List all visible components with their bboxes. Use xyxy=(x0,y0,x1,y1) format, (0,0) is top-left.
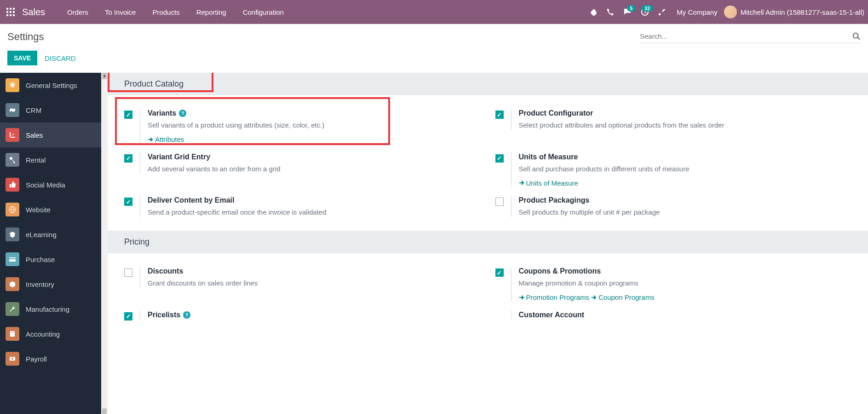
sidebar-item-label: Payroll xyxy=(26,355,47,363)
section-header-product-catalog: Product Catalog xyxy=(108,73,868,95)
checkbox-discounts[interactable] xyxy=(124,268,132,277)
sidebar-item-sales[interactable]: Sales xyxy=(0,122,101,147)
svg-rect-0 xyxy=(6,8,8,10)
link-units-of-measure[interactable]: Units of Measure xyxy=(519,179,578,187)
checkbox-pricelists[interactable] xyxy=(124,312,132,321)
setting-variant-grid-entry: Variant Grid Entry Add several variants … xyxy=(117,148,488,192)
company-selector[interactable]: My Company xyxy=(670,8,724,16)
setting-customer-account: Customer Account xyxy=(488,306,859,325)
sidebar-item-label: Inventory xyxy=(26,280,54,288)
checkbox-units-of-measure[interactable] xyxy=(495,154,504,163)
svg-rect-4 xyxy=(10,11,11,13)
globe-icon xyxy=(6,203,19,216)
menu-products[interactable]: Products xyxy=(144,8,188,16)
setting-title: Units of Measure xyxy=(519,153,578,161)
sidebar-item-manufacturing[interactable]: Manufacturing xyxy=(0,297,101,321)
box-icon xyxy=(6,277,19,291)
handshake-icon xyxy=(6,103,19,117)
sidebar-item-label: Sales xyxy=(26,131,43,139)
phone-icon[interactable] xyxy=(602,8,619,16)
sidebar-item-label: General Settings xyxy=(26,82,77,89)
page-title: Settings xyxy=(7,31,44,43)
link-promotion-programs[interactable]: Promotion Programs xyxy=(519,293,590,301)
settings-content: Product Catalog Variants? Sell variants … xyxy=(108,73,868,414)
svg-rect-17 xyxy=(11,332,14,332)
search-icon[interactable] xyxy=(852,32,861,41)
setting-title: Coupons & Promotions xyxy=(519,267,601,275)
svg-rect-2 xyxy=(13,8,15,10)
discard-button[interactable]: DISCARD xyxy=(45,54,76,62)
messages-icon[interactable]: 5 xyxy=(619,8,636,16)
wrench-icon xyxy=(6,302,19,316)
settings-sidebar: General Settings CRM Sales Rental Social… xyxy=(0,73,101,414)
setting-desc: Select product attributes and optional p… xyxy=(519,120,852,130)
setting-pricelists: Pricelists? xyxy=(117,306,488,325)
menu-reporting[interactable]: Reporting xyxy=(188,8,235,16)
section-header-pricing: Pricing xyxy=(108,231,868,253)
thumbs-up-icon xyxy=(6,178,19,192)
link-coupon-programs[interactable]: Coupon Programs xyxy=(591,293,655,301)
sidebar-item-general-settings[interactable]: General Settings xyxy=(0,73,101,98)
svg-rect-15 xyxy=(9,258,16,259)
help-icon[interactable]: ? xyxy=(183,311,190,319)
sidebar-item-label: eLearning xyxy=(26,231,57,239)
tools-icon[interactable] xyxy=(654,8,670,16)
sidebar-item-label: Rental xyxy=(26,156,46,164)
menu-to-invoice[interactable]: To Invoice xyxy=(97,8,144,16)
user-name: Mitchell Admin (15881277-saas-15-1-all) xyxy=(741,8,864,16)
sidebar-item-purchase[interactable]: Purchase xyxy=(0,247,101,272)
sidebar-item-label: Manufacturing xyxy=(26,305,69,313)
sidebar-item-label: Accounting xyxy=(26,330,60,338)
setting-title: Product Configurator xyxy=(519,109,593,117)
svg-rect-16 xyxy=(10,331,15,337)
sidebar-item-social-media[interactable]: Social Media xyxy=(0,172,101,197)
sidebar-item-rental[interactable]: Rental xyxy=(0,147,101,172)
sidebar-item-crm[interactable]: CRM xyxy=(0,98,101,122)
sidebar-item-label: Purchase xyxy=(26,256,55,263)
sidebar-item-website[interactable]: Website xyxy=(0,197,101,222)
book-icon xyxy=(6,327,19,341)
setting-product-packagings: Product Packagings Sell products by mult… xyxy=(488,192,859,222)
setting-title: Product Packagings xyxy=(519,196,590,204)
menu-configuration[interactable]: Configuration xyxy=(235,8,292,16)
save-button[interactable]: SAVE xyxy=(7,51,37,65)
sidebar-scrollbar[interactable]: ▲▼ xyxy=(101,73,108,414)
money-icon xyxy=(6,352,19,366)
bug-icon[interactable] xyxy=(586,8,602,16)
setting-units-of-measure: Units of Measure Sell and purchase produ… xyxy=(488,148,859,192)
svg-rect-1 xyxy=(10,8,11,10)
checkbox-product-configurator[interactable] xyxy=(495,111,504,119)
topbar: Sales Orders To Invoice Products Reporti… xyxy=(0,0,868,24)
sidebar-item-accounting[interactable]: Accounting xyxy=(0,321,101,346)
setting-title: Customer Account xyxy=(519,311,585,319)
activity-icon[interactable]: 32 xyxy=(636,8,654,16)
action-bar: SAVE DISCARD xyxy=(0,47,868,73)
user-menu[interactable]: Mitchell Admin (15881277-saas-15-1-all) xyxy=(724,6,864,18)
svg-rect-5 xyxy=(13,11,15,13)
svg-rect-6 xyxy=(6,14,8,16)
checkbox-variant-grid-entry[interactable] xyxy=(124,154,132,163)
setting-coupons-promotions: Coupons & Promotions Manage promotion & … xyxy=(488,262,859,306)
avatar xyxy=(724,6,737,18)
menu-orders[interactable]: Orders xyxy=(59,8,97,16)
search-input[interactable] xyxy=(640,30,852,42)
key-icon xyxy=(6,153,19,167)
setting-desc: Manage promotion & coupon programs xyxy=(519,278,852,288)
apps-icon[interactable] xyxy=(4,5,17,19)
activity-badge: 32 xyxy=(642,5,653,12)
gear-icon xyxy=(6,78,19,92)
checkbox-deliver-content-email[interactable] xyxy=(124,198,132,206)
subheader: Settings xyxy=(0,24,868,47)
highlight-box-header xyxy=(108,73,213,92)
brand-title[interactable]: Sales xyxy=(22,7,45,17)
sidebar-item-payroll[interactable]: Payroll xyxy=(0,346,101,371)
sidebar-item-elearning[interactable]: eLearning xyxy=(0,222,101,247)
checkbox-product-packagings[interactable] xyxy=(495,198,504,206)
sidebar-item-label: Social Media xyxy=(26,181,65,189)
svg-point-10 xyxy=(853,33,858,38)
setting-discounts: Discounts Grant discounts on sales order… xyxy=(117,262,488,306)
checkbox-coupons-promotions[interactable] xyxy=(495,268,504,277)
sidebar-item-inventory[interactable]: Inventory xyxy=(0,272,101,297)
setting-desc: Grant discounts on sales order lines xyxy=(148,278,481,288)
svg-point-19 xyxy=(11,358,13,360)
